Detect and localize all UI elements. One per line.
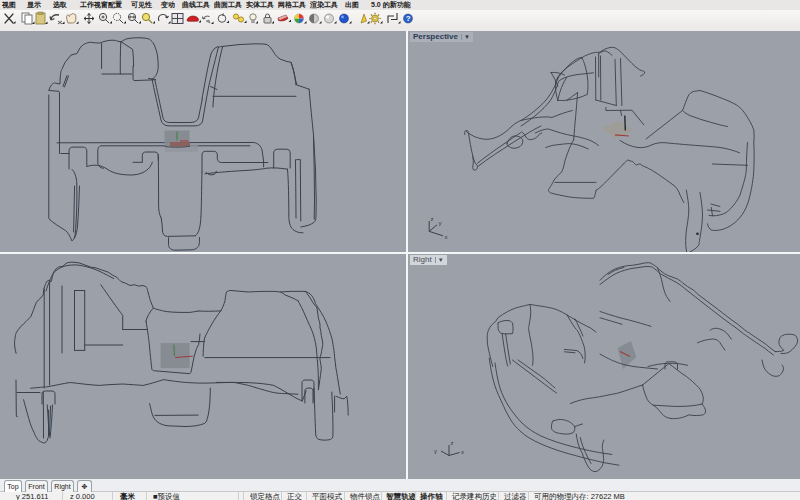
svg-text:y: y <box>434 448 437 454</box>
svg-text:x: x <box>461 449 464 455</box>
svg-text:x: x <box>445 234 448 240</box>
svg-text:y: y <box>439 220 442 226</box>
svg-text:z: z <box>431 216 434 222</box>
svg-text:z: z <box>451 440 454 446</box>
svg-text:?: ? <box>406 14 411 23</box>
